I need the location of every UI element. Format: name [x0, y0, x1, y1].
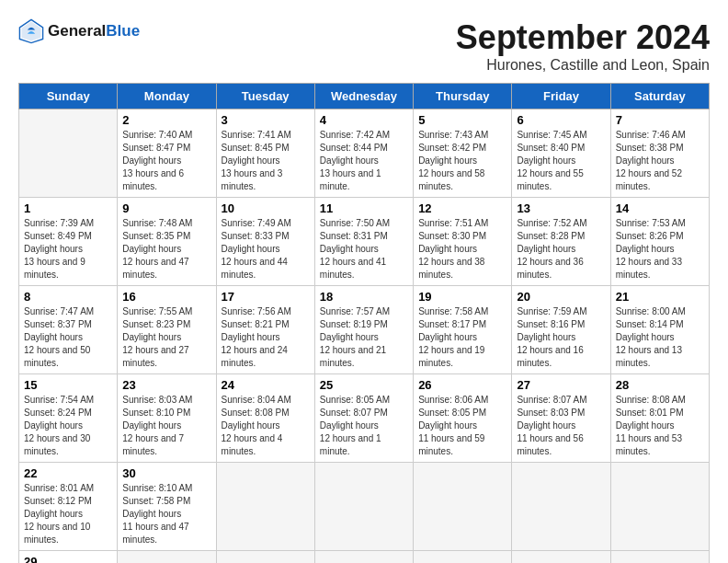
day-info: Sunrise: 7:39 AM Sunset: 8:49 PM Dayligh…: [24, 217, 112, 282]
day-info: Sunrise: 7:58 AM Sunset: 8:17 PM Dayligh…: [418, 305, 506, 370]
table-row: 13 Sunrise: 7:52 AM Sunset: 8:28 PM Dayl…: [512, 198, 610, 286]
day-number: 14: [616, 201, 704, 215]
day-info: Sunrise: 7:49 AM Sunset: 8:33 PM Dayligh…: [222, 217, 310, 282]
header-friday: Friday: [512, 84, 610, 109]
table-row: 16 Sunrise: 7:55 AM Sunset: 8:23 PM Dayl…: [118, 286, 216, 374]
day-number: 9: [122, 201, 210, 215]
day-number: 17: [222, 290, 310, 304]
table-row: [118, 551, 216, 564]
table-row: 18 Sunrise: 7:57 AM Sunset: 8:19 PM Dayl…: [314, 286, 413, 374]
header-tuesday: Tuesday: [216, 84, 314, 109]
table-row: 15 Sunrise: 7:54 AM Sunset: 8:24 PM Dayl…: [19, 374, 118, 463]
table-row: 9 Sunrise: 7:48 AM Sunset: 8:35 PM Dayli…: [118, 198, 216, 286]
table-row: [610, 551, 709, 564]
table-row: 21 Sunrise: 8:00 AM Sunset: 8:14 PM Dayl…: [610, 286, 709, 374]
table-row: 30 Sunrise: 8:10 AM Sunset: 7:58 PM Dayl…: [118, 463, 216, 551]
day-number: 5: [418, 113, 506, 127]
table-row: 22 Sunrise: 8:01 AM Sunset: 8:12 PM Dayl…: [19, 463, 118, 551]
header-thursday: Thursday: [414, 84, 512, 109]
table-row: 27 Sunrise: 8:07 AM Sunset: 8:03 PM Dayl…: [512, 374, 610, 463]
day-info: Sunrise: 7:56 AM Sunset: 8:21 PM Dayligh…: [222, 305, 310, 370]
day-number: 26: [418, 378, 506, 392]
table-row: 7 Sunrise: 7:46 AM Sunset: 8:38 PM Dayli…: [610, 109, 709, 198]
calendar-week-row: 15 Sunrise: 7:54 AM Sunset: 8:24 PM Dayl…: [19, 374, 710, 463]
day-number: 28: [616, 378, 704, 392]
table-row: 23 Sunrise: 8:03 AM Sunset: 8:10 PM Dayl…: [118, 374, 216, 463]
table-row: [216, 463, 314, 551]
day-info: Sunrise: 7:41 AM Sunset: 8:45 PM Dayligh…: [222, 129, 310, 193]
day-info: Sunrise: 7:51 AM Sunset: 8:30 PM Dayligh…: [418, 217, 506, 282]
day-info: Sunrise: 8:00 AM Sunset: 8:14 PM Dayligh…: [616, 305, 704, 370]
table-row: 14 Sunrise: 7:53 AM Sunset: 8:26 PM Dayl…: [610, 198, 709, 286]
day-number: 11: [320, 201, 408, 215]
day-info: Sunrise: 7:52 AM Sunset: 8:28 PM Dayligh…: [517, 217, 605, 282]
day-info: Sunrise: 7:53 AM Sunset: 8:26 PM Dayligh…: [616, 217, 704, 282]
day-info: Sunrise: 8:07 AM Sunset: 8:03 PM Dayligh…: [517, 394, 605, 458]
day-number: 20: [517, 290, 605, 304]
table-row: 29 Sunrise: 8:09 AM Sunset: 8:00 PM Dayl…: [19, 551, 118, 564]
day-number: 27: [517, 378, 605, 392]
day-info: Sunrise: 8:06 AM Sunset: 8:05 PM Dayligh…: [418, 394, 506, 458]
table-row: 4 Sunrise: 7:42 AM Sunset: 8:44 PM Dayli…: [314, 109, 413, 198]
day-info: Sunrise: 7:48 AM Sunset: 8:35 PM Dayligh…: [122, 217, 210, 282]
table-row: 2 Sunrise: 7:40 AM Sunset: 8:47 PM Dayli…: [118, 109, 216, 198]
day-info: Sunrise: 7:46 AM Sunset: 8:38 PM Dayligh…: [616, 129, 704, 193]
header-sunday: Sunday: [19, 84, 118, 109]
table-row: 5 Sunrise: 7:43 AM Sunset: 8:42 PM Dayli…: [414, 109, 512, 198]
day-number: 8: [24, 290, 112, 304]
table-row: [414, 551, 512, 564]
table-row: [314, 463, 413, 551]
table-row: 11 Sunrise: 7:50 AM Sunset: 8:31 PM Dayl…: [314, 198, 413, 286]
day-number: 15: [24, 378, 112, 392]
day-info: Sunrise: 7:43 AM Sunset: 8:42 PM Dayligh…: [418, 129, 506, 193]
table-row: 19 Sunrise: 7:58 AM Sunset: 8:17 PM Dayl…: [414, 286, 512, 374]
title-area: September 2024 Hurones, Castille and Leo…: [456, 18, 710, 74]
day-info: Sunrise: 8:01 AM Sunset: 8:12 PM Dayligh…: [24, 482, 112, 546]
day-number: 13: [517, 201, 605, 215]
day-info: Sunrise: 8:05 AM Sunset: 8:07 PM Dayligh…: [320, 394, 408, 458]
day-number: 6: [517, 113, 605, 127]
calendar-week-row: 29 Sunrise: 8:09 AM Sunset: 8:00 PM Dayl…: [19, 551, 710, 564]
day-info: Sunrise: 8:04 AM Sunset: 8:08 PM Dayligh…: [222, 394, 310, 458]
day-info: Sunrise: 7:54 AM Sunset: 8:24 PM Dayligh…: [24, 394, 112, 458]
day-number: 24: [222, 378, 310, 392]
calendar-header-row: Sunday Monday Tuesday Wednesday Thursday…: [19, 84, 710, 109]
day-number: 18: [320, 290, 408, 304]
day-number: 21: [616, 290, 704, 304]
calendar-week-row: 22 Sunrise: 8:01 AM Sunset: 8:12 PM Dayl…: [19, 463, 710, 551]
table-row: [512, 551, 610, 564]
day-info: Sunrise: 7:47 AM Sunset: 8:37 PM Dayligh…: [24, 305, 112, 370]
day-info: Sunrise: 7:59 AM Sunset: 8:16 PM Dayligh…: [517, 305, 605, 370]
table-row: 3 Sunrise: 7:41 AM Sunset: 8:45 PM Dayli…: [216, 109, 314, 198]
day-number: 22: [24, 466, 112, 480]
table-row: [414, 463, 512, 551]
table-row: [19, 109, 118, 198]
table-row: [314, 551, 413, 564]
day-info: Sunrise: 7:55 AM Sunset: 8:23 PM Dayligh…: [122, 305, 210, 370]
table-row: 20 Sunrise: 7:59 AM Sunset: 8:16 PM Dayl…: [512, 286, 610, 374]
header-monday: Monday: [118, 84, 216, 109]
logo: GeneralBlue: [18, 18, 140, 44]
day-info: Sunrise: 7:57 AM Sunset: 8:19 PM Dayligh…: [320, 305, 408, 370]
calendar-week-row: 1 Sunrise: 7:39 AM Sunset: 8:49 PM Dayli…: [19, 198, 710, 286]
day-info: Sunrise: 7:42 AM Sunset: 8:44 PM Dayligh…: [320, 129, 408, 193]
day-number: 29: [24, 555, 112, 563]
header-wednesday: Wednesday: [314, 84, 413, 109]
day-number: 25: [320, 378, 408, 392]
table-row: [610, 463, 709, 551]
location-title: Hurones, Castille and Leon, Spain: [456, 57, 710, 74]
day-number: 7: [616, 113, 704, 127]
table-row: [512, 463, 610, 551]
table-row: 25 Sunrise: 8:05 AM Sunset: 8:07 PM Dayl…: [314, 374, 413, 463]
table-row: 24 Sunrise: 8:04 AM Sunset: 8:08 PM Dayl…: [216, 374, 314, 463]
day-info: Sunrise: 8:10 AM Sunset: 7:58 PM Dayligh…: [122, 482, 210, 546]
day-info: Sunrise: 7:45 AM Sunset: 8:40 PM Dayligh…: [517, 129, 605, 193]
table-row: 26 Sunrise: 8:06 AM Sunset: 8:05 PM Dayl…: [414, 374, 512, 463]
page-header: GeneralBlue September 2024 Hurones, Cast…: [18, 18, 710, 74]
table-row: 12 Sunrise: 7:51 AM Sunset: 8:30 PM Dayl…: [414, 198, 512, 286]
calendar-week-row: 8 Sunrise: 7:47 AM Sunset: 8:37 PM Dayli…: [19, 286, 710, 374]
header-saturday: Saturday: [610, 84, 709, 109]
day-number: 30: [122, 466, 210, 480]
day-number: 19: [418, 290, 506, 304]
day-number: 3: [222, 113, 310, 127]
